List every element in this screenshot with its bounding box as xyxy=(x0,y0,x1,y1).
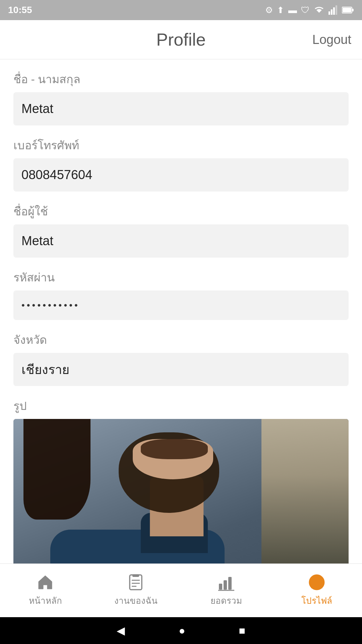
svg-point-18 xyxy=(314,578,319,583)
svg-rect-7 xyxy=(130,575,142,590)
android-recent-button[interactable]: ■ xyxy=(239,625,245,637)
svg-rect-2 xyxy=(333,7,335,15)
svg-rect-0 xyxy=(328,11,330,15)
phone-label: เบอร์โทรศัพท์ xyxy=(13,136,349,154)
profile-icon xyxy=(308,574,325,591)
nav-tasks[interactable]: งานของฉัน xyxy=(90,564,181,617)
android-back-button[interactable]: ◀ xyxy=(117,624,125,637)
photo-field-group: รูป xyxy=(13,397,349,564)
province-field-group: จังหวัด xyxy=(13,331,349,386)
page-title: Profile xyxy=(156,30,205,50)
phone-field-group: เบอร์โทรศัพท์ xyxy=(13,136,349,192)
page-header: Profile Logout xyxy=(0,20,362,59)
nav-profile-label: โปรไฟล์ xyxy=(301,594,332,607)
password-field-group: รหัสผ่าน xyxy=(13,268,349,320)
nav-summary-label: ยอดรวม xyxy=(210,594,242,607)
svg-rect-15 xyxy=(228,577,232,590)
android-home-button[interactable]: ● xyxy=(179,625,185,637)
province-label: จังหวัด xyxy=(13,331,349,349)
android-nav-bar: ◀ ● ■ xyxy=(0,617,362,644)
province-input[interactable] xyxy=(13,353,349,386)
logout-button[interactable]: Logout xyxy=(312,33,351,47)
settings-icon: ⚙ xyxy=(265,5,273,15)
svg-rect-1 xyxy=(331,9,333,15)
name-label: ชื่อ - นามสกุล xyxy=(13,70,349,88)
status-time: 10:55 xyxy=(8,5,32,15)
home-icon xyxy=(37,574,54,591)
profile-photo xyxy=(13,419,349,564)
svg-rect-5 xyxy=(343,8,351,12)
nav-summary[interactable]: ยอดรวม xyxy=(181,564,272,617)
nav-home[interactable]: หน้าหลัก xyxy=(0,564,90,617)
battery-icon xyxy=(342,6,354,14)
upload-icon: ⬆ xyxy=(277,5,284,15)
shield-icon: 🛡 xyxy=(301,5,310,15)
summary-icon xyxy=(218,574,235,591)
username-field-group: ชื่อผู้ใช้ xyxy=(13,202,349,258)
bottom-navigation: หน้าหลัก งานของฉัน ยอดรวม โปรไฟล์ xyxy=(0,564,362,617)
status-icons: ⚙ ⬆ ▬ 🛡 xyxy=(265,5,354,15)
svg-rect-3 xyxy=(336,5,337,15)
svg-rect-14 xyxy=(224,580,227,590)
password-input[interactable] xyxy=(13,290,349,320)
password-label: รหัสผ่าน xyxy=(13,268,349,286)
signal-icon xyxy=(328,5,338,15)
username-label: ชื่อผู้ใช้ xyxy=(13,202,349,220)
wifi-icon xyxy=(314,5,324,15)
status-bar: 10:55 ⚙ ⬆ ▬ 🛡 xyxy=(0,0,362,20)
tasks-icon xyxy=(127,574,144,591)
name-field-group: ชื่อ - นามสกุล xyxy=(13,70,349,125)
svg-rect-12 xyxy=(130,575,142,590)
profile-content: ชื่อ - นามสกุล เบอร์โทรศัพท์ ชื่อผู้ใช้ … xyxy=(0,59,362,564)
name-input[interactable] xyxy=(13,92,349,125)
username-input[interactable] xyxy=(13,224,349,258)
phone-input[interactable] xyxy=(13,158,349,192)
nav-home-label: หน้าหลัก xyxy=(29,594,62,607)
photo-label: รูป xyxy=(13,397,349,415)
svg-rect-13 xyxy=(219,584,222,590)
nav-tasks-label: งานของฉัน xyxy=(114,594,158,607)
svg-rect-6 xyxy=(352,9,354,11)
nav-profile[interactable]: โปรไฟล์ xyxy=(272,564,362,617)
sim-icon: ▬ xyxy=(288,5,297,15)
